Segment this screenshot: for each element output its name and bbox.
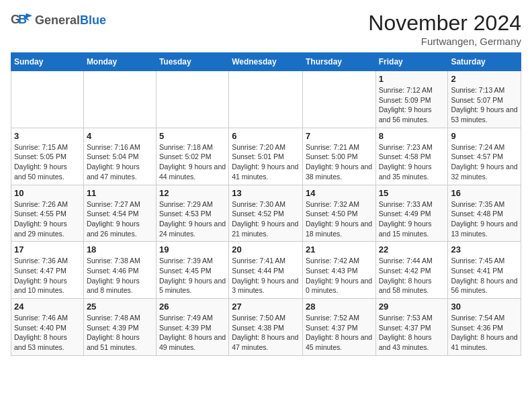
calendar-header: SundayMondayTuesdayWednesdayThursdayFrid… [11,53,521,71]
calendar-cell: 12Sunrise: 7:29 AMSunset: 4:53 PMDayligh… [156,185,228,242]
day-info: Sunrise: 7:48 AMSunset: 4:39 PMDaylight:… [87,313,153,353]
calendar-cell: 30Sunrise: 7:54 AMSunset: 4:36 PMDayligh… [448,299,521,356]
weekday-header: Thursday [302,53,375,71]
calendar-cell: 23Sunrise: 7:45 AMSunset: 4:41 PMDayligh… [448,242,521,299]
day-number: 21 [306,244,373,255]
day-number: 9 [451,131,518,141]
day-info: Sunrise: 7:54 AMSunset: 4:36 PMDaylight:… [451,313,518,353]
day-info: Sunrise: 7:18 AMSunset: 5:02 PMDaylight:… [159,142,226,182]
calendar-cell [83,71,156,128]
day-number: 12 [159,188,226,198]
day-number: 1 [379,74,445,84]
calendar-cell: 16Sunrise: 7:35 AMSunset: 4:48 PMDayligh… [448,185,521,242]
day-number: 18 [87,244,153,255]
day-info: Sunrise: 7:46 AMSunset: 4:40 PMDaylight:… [14,313,81,353]
day-info: Sunrise: 7:33 AMSunset: 4:49 PMDaylight:… [379,199,445,239]
day-info: Sunrise: 7:12 AMSunset: 5:09 PMDaylight:… [379,85,445,125]
calendar-cell: 15Sunrise: 7:33 AMSunset: 4:49 PMDayligh… [375,185,448,242]
calendar-cell [229,71,303,128]
day-info: Sunrise: 7:39 AMSunset: 4:45 PMDaylight:… [159,256,226,295]
calendar-week-row: 3Sunrise: 7:15 AMSunset: 5:05 PMDaylight… [11,128,521,185]
calendar-week-row: 17Sunrise: 7:36 AMSunset: 4:47 PMDayligh… [11,242,521,299]
calendar-cell [156,71,228,128]
day-number: 20 [232,244,300,255]
calendar-body: 1Sunrise: 7:12 AMSunset: 5:09 PMDaylight… [11,71,521,356]
calendar-cell: 14Sunrise: 7:32 AMSunset: 4:50 PMDayligh… [302,185,375,242]
calendar-cell: 26Sunrise: 7:49 AMSunset: 4:39 PMDayligh… [156,299,228,356]
day-number: 6 [232,131,300,141]
calendar-cell: 4Sunrise: 7:16 AMSunset: 5:04 PMDaylight… [83,128,156,185]
calendar-cell: 11Sunrise: 7:27 AMSunset: 4:54 PMDayligh… [83,185,156,242]
day-info: Sunrise: 7:27 AMSunset: 4:54 PMDaylight:… [87,199,153,239]
calendar-cell: 13Sunrise: 7:30 AMSunset: 4:52 PMDayligh… [229,185,303,242]
location-title: Furtwangen, Germany [368,36,521,47]
calendar-week-row: 1Sunrise: 7:12 AMSunset: 5:09 PMDaylight… [11,71,521,128]
day-number: 17 [14,244,81,255]
calendar-cell: 20Sunrise: 7:41 AMSunset: 4:44 PMDayligh… [229,242,303,299]
day-info: Sunrise: 7:53 AMSunset: 4:37 PMDaylight:… [379,313,445,353]
weekday-header: Saturday [448,53,521,71]
calendar-cell: 8Sunrise: 7:23 AMSunset: 4:58 PMDaylight… [375,128,448,185]
day-info: Sunrise: 7:20 AMSunset: 5:01 PMDaylight:… [232,142,300,182]
calendar-cell: 21Sunrise: 7:42 AMSunset: 4:43 PMDayligh… [302,242,375,299]
day-number: 3 [14,131,81,141]
page-header: G B GeneralBlue November 2024 Furtwangen… [11,11,521,47]
month-title: November 2024 [368,11,521,36]
weekday-header: Monday [83,53,156,71]
day-number: 15 [379,188,445,198]
day-number: 29 [379,302,445,312]
calendar-cell: 29Sunrise: 7:53 AMSunset: 4:37 PMDayligh… [375,299,448,356]
day-info: Sunrise: 7:15 AMSunset: 5:05 PMDaylight:… [14,142,81,182]
day-number: 24 [14,302,81,312]
title-section: November 2024 Furtwangen, Germany [368,11,521,47]
day-number: 14 [306,188,373,198]
calendar-cell: 3Sunrise: 7:15 AMSunset: 5:05 PMDaylight… [11,128,84,185]
day-number: 8 [379,131,445,141]
day-info: Sunrise: 7:26 AMSunset: 4:55 PMDaylight:… [14,199,81,239]
calendar-cell: 18Sunrise: 7:38 AMSunset: 4:46 PMDayligh… [83,242,156,299]
calendar-cell: 6Sunrise: 7:20 AMSunset: 5:01 PMDaylight… [229,128,303,185]
calendar-cell: 7Sunrise: 7:21 AMSunset: 5:00 PMDaylight… [302,128,375,185]
day-number: 10 [14,188,81,198]
calendar-cell: 27Sunrise: 7:50 AMSunset: 4:38 PMDayligh… [229,299,303,356]
day-number: 4 [87,131,153,141]
calendar-cell: 22Sunrise: 7:44 AMSunset: 4:42 PMDayligh… [375,242,448,299]
calendar-cell: 5Sunrise: 7:18 AMSunset: 5:02 PMDaylight… [156,128,228,185]
calendar-cell: 2Sunrise: 7:13 AMSunset: 5:07 PMDaylight… [448,71,521,128]
day-info: Sunrise: 7:50 AMSunset: 4:38 PMDaylight:… [232,313,300,353]
logo-text: GeneralBlue [35,13,106,28]
day-number: 11 [87,188,153,198]
calendar-cell: 9Sunrise: 7:24 AMSunset: 4:57 PMDaylight… [448,128,521,185]
day-info: Sunrise: 7:49 AMSunset: 4:39 PMDaylight:… [159,313,226,353]
day-number: 28 [306,302,373,312]
day-info: Sunrise: 7:41 AMSunset: 4:44 PMDaylight:… [232,256,300,295]
day-info: Sunrise: 7:13 AMSunset: 5:07 PMDaylight:… [451,85,518,125]
day-info: Sunrise: 7:44 AMSunset: 4:42 PMDaylight:… [379,256,445,295]
day-number: 16 [451,188,518,198]
day-number: 19 [159,244,226,255]
calendar-cell: 1Sunrise: 7:12 AMSunset: 5:09 PMDaylight… [375,71,448,128]
day-info: Sunrise: 7:23 AMSunset: 4:58 PMDaylight:… [379,142,445,182]
day-info: Sunrise: 7:32 AMSunset: 4:50 PMDaylight:… [306,199,373,239]
calendar-cell: 10Sunrise: 7:26 AMSunset: 4:55 PMDayligh… [11,185,84,242]
day-number: 5 [159,131,226,141]
calendar-cell: 24Sunrise: 7:46 AMSunset: 4:40 PMDayligh… [11,299,84,356]
calendar-cell [11,71,84,128]
calendar-cell: 25Sunrise: 7:48 AMSunset: 4:39 PMDayligh… [83,299,156,356]
day-info: Sunrise: 7:21 AMSunset: 5:00 PMDaylight:… [306,142,373,182]
day-info: Sunrise: 7:36 AMSunset: 4:47 PMDaylight:… [14,256,81,295]
day-info: Sunrise: 7:45 AMSunset: 4:41 PMDaylight:… [451,256,518,295]
day-number: 22 [379,244,445,255]
calendar-cell: 19Sunrise: 7:39 AMSunset: 4:45 PMDayligh… [156,242,228,299]
weekday-row: SundayMondayTuesdayWednesdayThursdayFrid… [11,53,521,71]
day-info: Sunrise: 7:24 AMSunset: 4:57 PMDaylight:… [451,142,518,182]
day-info: Sunrise: 7:35 AMSunset: 4:48 PMDaylight:… [451,199,518,239]
day-info: Sunrise: 7:29 AMSunset: 4:53 PMDaylight:… [159,199,226,239]
day-number: 23 [451,244,518,255]
day-number: 25 [87,302,153,312]
calendar-cell: 17Sunrise: 7:36 AMSunset: 4:47 PMDayligh… [11,242,84,299]
day-number: 2 [451,74,518,84]
day-info: Sunrise: 7:16 AMSunset: 5:04 PMDaylight:… [87,142,153,182]
calendar-table: SundayMondayTuesdayWednesdayThursdayFrid… [11,52,521,356]
day-number: 30 [451,302,518,312]
